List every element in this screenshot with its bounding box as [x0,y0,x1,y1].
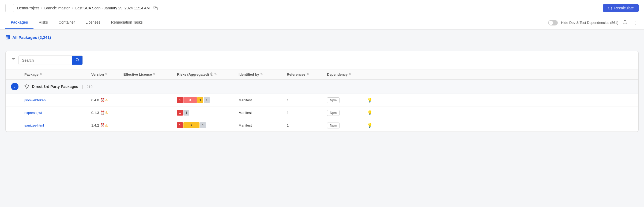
lightbulb-icon[interactable]: 💡 [367,110,372,115]
breadcrumb-scan: Last SCA Scan - January 29, 2024 11:14 A… [75,6,150,10]
identified-cell: Manifest [239,98,287,102]
col-risks[interactable]: Risks (Aggregated) ⓘ ⇅ [177,72,239,77]
package-name[interactable]: jsonwebtoken [24,98,91,102]
risk-medium: 1 [197,97,203,103]
version-cell: 0.1.3 ⏰⚠ [91,110,123,115]
lightbulb-icon[interactable]: 💡 [367,123,372,128]
risks-cell: 1311 [177,97,239,103]
identified-cell: Manifest [239,123,287,127]
svg-line-7 [78,61,79,61]
risk-low: 1 [204,97,210,103]
col-identified[interactable]: Identified by ⇅ [239,72,287,76]
package-name[interactable]: sanitize-html [24,123,91,127]
svg-point-6 [76,58,78,61]
col-effective-license[interactable]: Effective License ⇅ [123,72,177,76]
section-title-container: All Packages (2,241) [5,35,639,47]
table-row: sanitize-html 1.4.2 ⏰⚠ 171 Manifest 1 Np… [6,119,638,132]
breadcrumb-branch: Branch: master [44,6,70,10]
back-button[interactable]: ← [5,4,14,12]
breadcrumb: DemoProject › Branch: master › Last SCA … [17,6,158,10]
group-expand-button[interactable]: ⌄ [11,83,18,90]
package-name[interactable]: express-jwt [24,111,91,115]
tab-licenses[interactable]: Licenses [80,16,106,29]
clock-icon: ⏰⚠ [100,98,108,102]
tab-remediation[interactable]: Remediation Tasks [106,16,148,29]
dependency-cell: Npm [327,111,367,115]
group-name: Direct 3rd Party Packages [32,84,78,89]
references-cell: 1 [287,98,327,102]
identified-cell: Manifest [239,111,287,115]
group-count: 219 [87,85,93,89]
version-text: 0.1.3 [91,111,99,115]
version-cell: 0.4.0 ⏰⚠ [91,98,123,102]
col-references[interactable]: References ⇅ [287,72,327,76]
breadcrumb-project: DemoProject [17,6,39,10]
col-package[interactable]: Package ⇅ [24,72,91,76]
tab-actions: Hide Dev & Test Dependencies (561) ⋮ [548,19,639,27]
export-button[interactable] [622,19,628,27]
group-label: Direct 3rd Party Packages | 219 [24,84,633,89]
identified-sort-icon: ⇅ [260,73,263,76]
references-cell: 1 [287,111,327,115]
hide-dev-toggle[interactable] [548,20,558,25]
risk-low: 1 [200,122,206,128]
section-title: All Packages (2,241) [5,35,51,42]
risk-critical: 1 [177,110,183,116]
search-input[interactable] [19,56,72,65]
references-cell: 1 [287,123,327,127]
col-dependency[interactable]: Dependency ⇅ [327,72,367,76]
search-box [18,56,83,65]
clock-icon: ⏰⚠ [100,123,108,127]
recalculate-label: Recalculate [614,6,634,10]
risk-critical: 1 [177,122,183,128]
recalculate-button[interactable]: Recalculate [603,4,639,12]
risks-cell: 171 [177,122,239,128]
tab-container[interactable]: Container [53,16,80,29]
risks-cell: 11 [177,110,239,116]
search-button[interactable] [72,56,82,65]
risk-low: 1 [183,110,189,116]
toggle-label: Hide Dev & Test Dependencies (561) [561,21,618,25]
packages-table: Package ⇅ Version ⇅ Effective License ⇅ … [5,51,639,132]
clock-icon: ⏰⚠ [100,110,108,115]
all-packages-label: All Packages (2,241) [12,35,51,40]
tab-risks[interactable]: Risks [33,16,53,29]
dependency-cell: Npm [327,98,367,102]
more-options-button[interactable]: ⋮ [632,19,639,27]
col-version[interactable]: Version ⇅ [91,72,123,76]
refs-sort-icon: ⇅ [307,73,309,76]
package-sort-icon: ⇅ [40,73,42,76]
risks-sort-icon: ⇅ [214,73,217,76]
main-content: All Packages (2,241) Package ⇅ V [0,29,644,137]
svg-marker-8 [25,85,29,89]
rows-container: jsonwebtoken 0.4.0 ⏰⚠ 1311 Manifest 1 Np… [6,94,638,132]
copy-icon[interactable] [153,6,158,10]
license-sort-icon: ⇅ [153,73,155,76]
table-row: jsonwebtoken 0.4.0 ⏰⚠ 1311 Manifest 1 Np… [6,94,638,106]
tab-packages[interactable]: Packages [5,16,33,29]
risk-critical: 1 [177,97,183,103]
table-header: Package ⇅ Version ⇅ Effective License ⇅ … [6,69,638,80]
group-row-direct: ⌄ Direct 3rd Party Packages | 219 [6,80,638,94]
table-row: express-jwt 0.1.3 ⏰⚠ 11 Manifest 1 Npm 💡 [6,106,638,119]
risks-info-icon[interactable]: ⓘ [210,72,213,77]
tab-bar: Packages Risks Container Licenses Remedi… [0,16,644,29]
version-cell: 1.4.2 ⏰⚠ [91,123,123,127]
dep-sort-icon: ⇅ [349,73,351,76]
dependency-cell: Npm [327,123,367,127]
table-toolbar [6,51,638,69]
version-sort-icon: ⇅ [105,73,107,76]
risk-medium: 7 [183,122,199,128]
risk-high: 3 [183,97,197,103]
top-bar: ← DemoProject › Branch: master › Last SC… [0,0,644,16]
lightbulb-icon[interactable]: 💡 [367,98,372,102]
tab-list: Packages Risks Container Licenses Remedi… [5,16,148,29]
svg-rect-0 [155,8,157,10]
version-text: 0.4.0 [91,98,99,102]
svg-rect-2 [6,35,10,39]
filter-icon[interactable] [11,57,16,63]
version-text: 1.4.2 [91,123,99,127]
